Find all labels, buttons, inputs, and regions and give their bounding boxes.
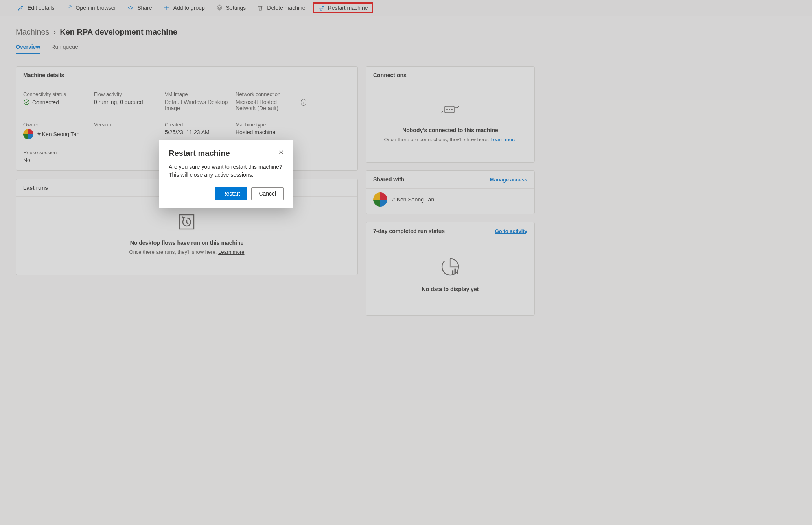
cancel-button[interactable]: Cancel xyxy=(251,187,284,200)
modal-scrim xyxy=(0,0,812,525)
restart-dialog: Restart machine ✕ Are you sure you want … xyxy=(159,140,293,208)
dialog-title: Restart machine xyxy=(169,149,230,158)
close-icon[interactable]: ✕ xyxy=(278,149,284,156)
dialog-body: Are you sure you want to restart this ma… xyxy=(169,163,284,179)
restart-confirm-button[interactable]: Restart xyxy=(215,187,247,200)
